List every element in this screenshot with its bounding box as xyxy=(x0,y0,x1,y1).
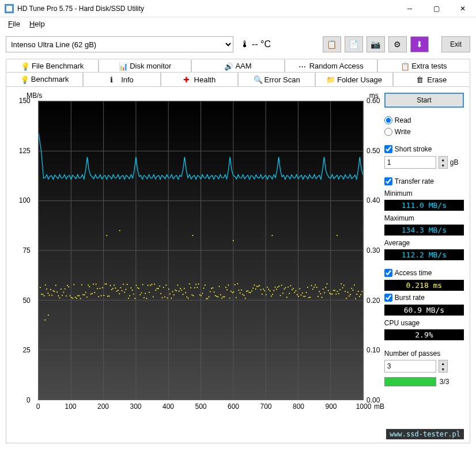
burst-rate-checkbox[interactable] xyxy=(384,294,392,302)
svg-point-129 xyxy=(181,290,182,291)
svg-point-246 xyxy=(333,290,334,291)
tab-benchmark[interactable]: 💡Benchmark xyxy=(6,72,83,86)
svg-point-261 xyxy=(353,290,354,291)
svg-point-112 xyxy=(159,286,160,287)
tab-random-access[interactable]: ⋯Random Access xyxy=(285,59,377,73)
svg-point-217 xyxy=(295,290,296,291)
access-time-checkbox[interactable] xyxy=(384,269,392,277)
short-stroke-input[interactable] xyxy=(384,156,436,169)
drive-select[interactable]: Intenso Ultra Line (62 gB) xyxy=(6,36,233,52)
svg-point-57 xyxy=(88,284,89,286)
minimize-button[interactable]: ─ xyxy=(396,0,423,17)
svg-point-224 xyxy=(304,296,305,297)
svg-point-110 xyxy=(156,288,157,289)
svg-point-218 xyxy=(297,294,298,295)
tab-file-benchmark[interactable]: 💡File Benchmark xyxy=(6,59,99,73)
copy-screenshot-button[interactable]: 📄 xyxy=(345,36,363,52)
svg-point-153 xyxy=(212,287,213,288)
svg-point-212 xyxy=(289,293,290,294)
svg-point-132 xyxy=(185,292,186,293)
tab-erase[interactable]: 🗑Erase xyxy=(393,72,470,86)
svg-point-159 xyxy=(220,294,221,295)
svg-point-137 xyxy=(191,294,192,295)
search-icon: 🔍 xyxy=(254,75,262,83)
svg-point-80 xyxy=(118,290,119,291)
svg-point-76 xyxy=(112,288,114,289)
svg-point-149 xyxy=(207,298,208,299)
svg-point-248 xyxy=(335,294,337,295)
svg-point-244 xyxy=(330,294,331,295)
svg-point-87 xyxy=(127,284,128,285)
menu-help[interactable]: Help xyxy=(25,18,50,29)
svg-point-69 xyxy=(103,295,104,296)
maximize-button[interactable]: ▢ xyxy=(423,0,449,17)
save-button[interactable]: ⬇ xyxy=(410,36,429,52)
svg-point-128 xyxy=(180,288,181,289)
transfer-rate-checkbox[interactable] xyxy=(384,177,392,185)
svg-point-44 xyxy=(71,297,72,298)
tab-health[interactable]: ✚Health xyxy=(161,72,238,86)
svg-point-84 xyxy=(123,284,124,285)
tab-folder-usage[interactable]: 📁Folder Usage xyxy=(315,72,392,86)
svg-point-22 xyxy=(42,294,43,295)
svg-point-55 xyxy=(85,292,86,293)
svg-point-245 xyxy=(332,293,333,294)
svg-point-161 xyxy=(222,296,224,297)
start-button[interactable]: Start xyxy=(384,93,464,108)
svg-point-273 xyxy=(192,235,193,236)
svg-point-264 xyxy=(356,294,357,295)
svg-point-93 xyxy=(134,298,135,299)
svg-point-64 xyxy=(97,288,98,289)
svg-point-254 xyxy=(343,285,345,286)
svg-point-203 xyxy=(277,287,278,288)
svg-point-268 xyxy=(361,291,362,292)
svg-point-24 xyxy=(45,284,46,286)
svg-point-145 xyxy=(202,293,203,294)
svg-point-196 xyxy=(268,288,269,290)
short-stroke-checkbox[interactable] xyxy=(384,145,392,153)
svg-point-108 xyxy=(154,283,155,284)
svg-point-99 xyxy=(142,284,143,285)
options-button[interactable]: ⚙ xyxy=(388,36,407,52)
short-stroke-spinner[interactable]: ▲▼ xyxy=(439,156,448,169)
passes-input[interactable] xyxy=(384,360,436,373)
tab-aam[interactable]: 🔊AAM xyxy=(191,59,284,73)
dots-icon: ⋯ xyxy=(299,62,307,70)
speaker-icon: 🔊 xyxy=(224,62,232,70)
maximum-value: 134.3 MB/s xyxy=(384,225,464,236)
svg-point-96 xyxy=(138,288,139,289)
tab-disk-monitor[interactable]: 📊Disk monitor xyxy=(99,59,191,73)
svg-point-225 xyxy=(305,292,307,293)
svg-point-102 xyxy=(146,298,147,299)
svg-point-239 xyxy=(324,292,325,293)
read-radio[interactable] xyxy=(384,116,392,124)
svg-point-120 xyxy=(169,293,171,294)
svg-point-148 xyxy=(206,298,207,299)
svg-point-265 xyxy=(358,291,359,292)
svg-point-235 xyxy=(319,291,320,292)
svg-point-105 xyxy=(150,284,151,286)
svg-point-274 xyxy=(233,240,234,241)
write-radio[interactable] xyxy=(384,128,392,136)
svg-point-198 xyxy=(271,295,272,297)
tab-extra-tests[interactable]: 📋Extra tests xyxy=(377,59,470,73)
exit-button[interactable]: Exit xyxy=(441,36,470,52)
svg-point-216 xyxy=(294,292,295,293)
passes-spinner[interactable]: ▲▼ xyxy=(439,360,448,373)
copy-info-button[interactable]: 📋 xyxy=(323,36,341,52)
svg-point-242 xyxy=(328,290,329,291)
svg-point-122 xyxy=(172,291,173,292)
close-button[interactable]: ✕ xyxy=(449,0,476,17)
svg-point-88 xyxy=(128,298,129,299)
svg-point-72 xyxy=(107,295,108,297)
svg-point-177 xyxy=(243,295,244,296)
tab-error-scan[interactable]: 🔍Error Scan xyxy=(238,72,315,86)
svg-point-247 xyxy=(334,290,335,291)
svg-point-186 xyxy=(255,288,256,290)
tab-info[interactable]: ℹInfo xyxy=(83,72,160,86)
svg-point-36 xyxy=(61,288,62,290)
screenshot-button[interactable]: 📷 xyxy=(367,36,385,52)
svg-point-154 xyxy=(214,291,215,293)
menu-file[interactable]: File xyxy=(3,18,25,29)
svg-point-157 xyxy=(217,296,218,297)
